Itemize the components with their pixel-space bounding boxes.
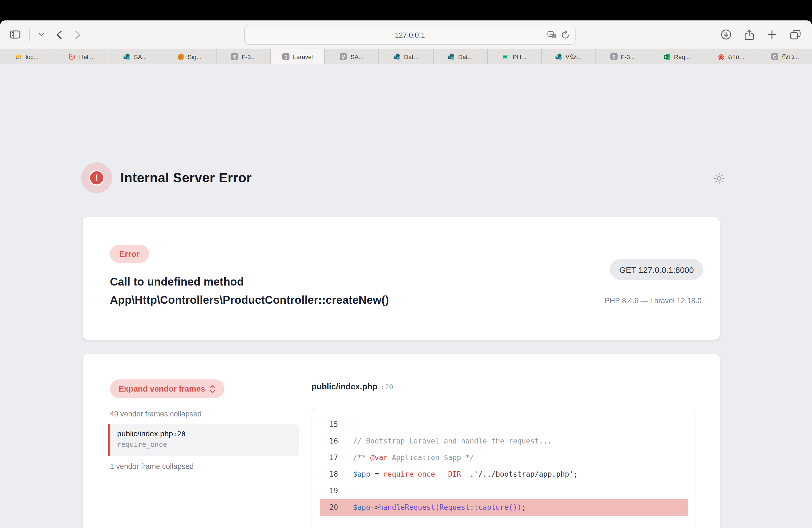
browser-tab-6[interactable]: MSA... (325, 49, 379, 64)
browser-tab-7[interactable]: SDat... (379, 49, 433, 64)
forward-button[interactable] (75, 30, 81, 39)
svg-text:S: S (395, 56, 396, 59)
browser-tab-0[interactable]: PMAloc... (0, 49, 54, 64)
address-bar[interactable]: 127.0.0.1 Ax (244, 25, 576, 45)
new-tab-icon[interactable] (767, 29, 777, 40)
browser-tab-12[interactable]: XReq... (650, 49, 704, 64)
browser-tab-3[interactable]: Sig... (162, 49, 217, 64)
stack-frame-method: require_once (117, 440, 299, 449)
letter-M-icon: M (340, 53, 347, 60)
translate-icon[interactable]: Ax (547, 31, 557, 39)
macos-menubar (0, 0, 812, 20)
address-bar-url: 127.0.0.1 (395, 31, 425, 39)
chevron-down-icon[interactable] (39, 33, 44, 36)
orange-seal-icon (177, 53, 184, 60)
letter-S-icon: S (610, 53, 618, 60)
svg-text:X: X (665, 55, 667, 59)
error-type-badge: Error (110, 245, 149, 263)
letter-G-icon: G (771, 53, 778, 60)
browser-tab-active-5[interactable]: 1Laravel (271, 49, 325, 64)
tab-label: SA... (134, 53, 147, 60)
browser-tab-10[interactable]: Sหนัง... (541, 49, 596, 64)
code-snippet[interactable]: 1516// Bootstrap Laravel and handle the … (311, 409, 695, 528)
code-file-header: public/index.php:20 (311, 382, 393, 392)
code-line-20: 20$app->handleRequest(Request::capture()… (320, 499, 688, 516)
tab-label: F-3... (621, 53, 635, 60)
reload-icon[interactable] (561, 30, 569, 39)
tab-label: loc... (26, 53, 39, 60)
svg-text:3: 3 (507, 54, 509, 57)
phpmyadmin-icon: PMA (15, 53, 23, 60)
laravel-logo-icon (69, 53, 76, 60)
tab-label: ดอก... (728, 52, 744, 62)
error-summary-card: Error Call to undefined method App\Http\… (83, 217, 720, 340)
tab-strip: PMAloc...Hel...SSA...Sig...SF-3...1Larav… (0, 49, 812, 64)
line-number: 15 (320, 416, 338, 433)
browser-tab-13[interactable]: ดอก... (704, 49, 758, 64)
vendor-frames-collapsed-bottom: 1 vendor frame collapsed (110, 462, 193, 471)
sharepoint-icon: S (555, 53, 562, 60)
error-page: ! Internal Server Error Error Call to un… (0, 64, 812, 528)
request-badge: GET 127.0.0.1:8000 (610, 259, 703, 280)
tab-label: Req... (674, 53, 690, 60)
expand-vendor-frames-button[interactable]: Expand vendor frames (110, 379, 224, 398)
line-number: 16 (320, 433, 338, 450)
tab-label: Sig... (188, 53, 201, 60)
code-line-15: 15 (320, 416, 688, 433)
tab-overview-icon[interactable] (790, 29, 801, 40)
tab-label: บึงเว... (782, 52, 799, 62)
browser-tab-1[interactable]: Hel... (54, 49, 108, 64)
excel-icon: X (663, 53, 671, 60)
svg-text:x: x (553, 34, 555, 38)
line-number: 19 (320, 483, 338, 499)
browser-tab-4[interactable]: SF-3... (217, 49, 271, 64)
svg-text:S: S (449, 56, 451, 59)
tab-label: Dat... (458, 53, 473, 60)
tab-label: SA... (350, 53, 364, 60)
screen: 127.0.0.1 Ax (0, 0, 812, 528)
tab-label: Dat... (404, 53, 419, 60)
expand-collapse-icon (209, 385, 216, 393)
code-line-18: 18$app = require_once __DIR__.'/../boots… (320, 466, 688, 483)
viewport: 127.0.0.1 Ax (0, 0, 812, 528)
code-line-ref: :20 (381, 383, 393, 391)
version-info: PHP 8.4.6 — Laravel 12.18.0 (605, 297, 701, 305)
tab-label: หนัง... (566, 52, 582, 62)
svg-text:PMA: PMA (16, 57, 21, 60)
share-icon[interactable] (744, 29, 754, 40)
browser-tab-11[interactable]: SF-3... (596, 49, 650, 64)
toolbar-divider (29, 28, 30, 41)
svg-text:W: W (503, 54, 507, 60)
svg-text:S: S (124, 56, 126, 59)
line-number: 18 (320, 466, 338, 483)
sidebar-icon[interactable] (10, 30, 20, 39)
svg-text:S: S (556, 56, 558, 59)
red-chevrons-icon (717, 53, 725, 60)
tab-label: Hel... (79, 53, 93, 60)
page-title: Internal Server Error (120, 170, 251, 186)
stack-frame-item[interactable]: public/index.php:20 require_once (108, 424, 299, 456)
stack-trace-card: Expand vendor frames 49 vendor frames co… (83, 354, 720, 528)
letter-S-icon: S (231, 53, 238, 60)
sharepoint-icon: S (394, 53, 401, 60)
line-number: 20 (320, 499, 338, 516)
browser-tab-14[interactable]: Gบึงเว... (758, 49, 812, 64)
code-file-name: public/index.php (311, 382, 377, 391)
sharepoint-icon: S (448, 53, 455, 60)
browser-toolbar: 127.0.0.1 Ax (0, 20, 812, 49)
downloads-icon[interactable] (721, 29, 731, 40)
browser-tab-8[interactable]: SDat... (433, 49, 488, 64)
sharepoint-icon: S (123, 53, 130, 60)
vendor-frames-collapsed-top: 49 vendor frames collapsed (110, 410, 202, 418)
w3schools-icon: W3 (503, 53, 510, 60)
error-message: Call to undefined method App\Http\Contro… (110, 273, 497, 309)
tab-label: F-3... (242, 53, 256, 60)
code-line-19: 19 (320, 483, 688, 499)
back-button[interactable] (56, 30, 62, 39)
browser-tab-2[interactable]: SSA... (108, 49, 162, 64)
stack-frame-file: public/index.php:20 (117, 429, 299, 438)
tab-label: Laravel (293, 53, 313, 60)
error-alert-icon: ! (81, 162, 112, 193)
browser-tab-9[interactable]: W3PH... (488, 49, 541, 64)
sun-icon[interactable] (714, 173, 725, 184)
